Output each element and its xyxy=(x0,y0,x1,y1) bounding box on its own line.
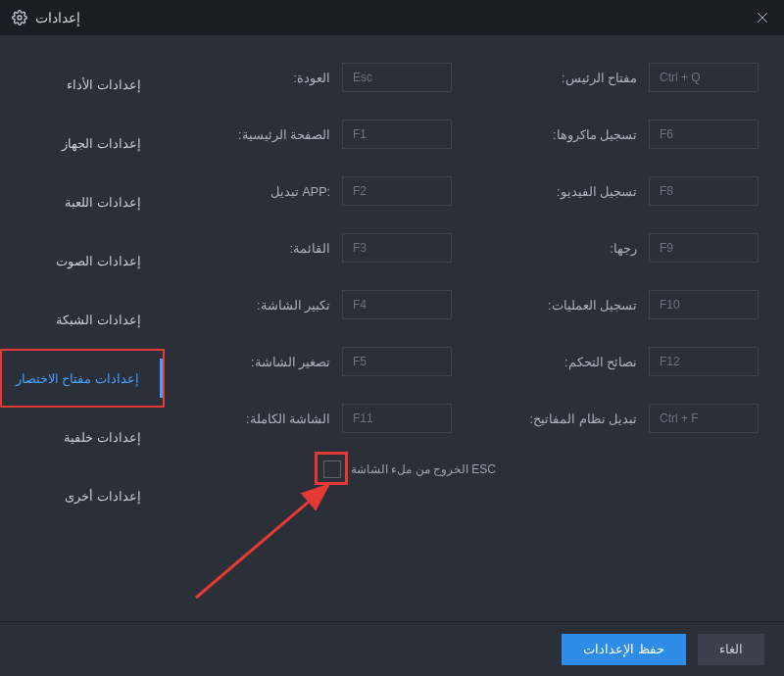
sidebar-item-audio[interactable]: إعدادات الصوت xyxy=(0,231,165,290)
shortcut-input-menu[interactable] xyxy=(342,233,452,263)
sidebar-item-label: إعدادات خلفية xyxy=(64,430,141,445)
field-label: :الصفحة الرئيسية xyxy=(184,127,330,142)
field-label: :نصائح التحكم xyxy=(491,355,637,369)
shortcut-input-back[interactable] xyxy=(342,63,452,92)
checkbox-label: الخروج من ملء الشاشة ESC xyxy=(351,462,496,476)
shortcut-input-zoomin[interactable] xyxy=(342,290,452,319)
shortcut-input-shake[interactable] xyxy=(649,233,759,263)
field-label: :مفتاح الرئيس xyxy=(491,71,637,85)
sidebar-item-performance[interactable]: إعدادات الأداء xyxy=(0,55,165,114)
shortcut-input-operation[interactable] xyxy=(649,290,759,319)
field-label: :تسجيل الفيديو xyxy=(491,184,637,199)
annotation-highlight xyxy=(315,452,348,485)
sidebar-item-label: إعدادات مفتاح الاختصار xyxy=(16,371,139,386)
sidebar-item-label: إعدادات الصوت xyxy=(56,254,141,268)
field-label: :رجها xyxy=(491,241,637,256)
shortcut-input-keyswitch[interactable] xyxy=(649,404,759,433)
field-label: :تبديل نظام المفاتيح xyxy=(491,411,637,426)
field-label: :العودة xyxy=(184,71,330,85)
sidebar-item-shortcut[interactable]: إعدادات مفتاح الاختصار xyxy=(0,349,165,408)
svg-point-0 xyxy=(18,16,22,20)
sidebar-item-device[interactable]: إعدادات الجهاز xyxy=(0,114,165,172)
shortcut-input-home[interactable] xyxy=(342,120,452,149)
field-label: :القائمة xyxy=(184,241,330,256)
cancel-button[interactable]: الغاء xyxy=(698,634,764,665)
field-label: :الشاشة الكاملة xyxy=(184,411,330,426)
sidebar-item-label: إعدادات الشبكة xyxy=(56,313,141,327)
gear-icon xyxy=(12,10,27,25)
shortcut-input-appswitch[interactable] xyxy=(342,176,452,206)
sidebar: إعدادات الأداء إعدادات الجهاز إعدادات ال… xyxy=(0,35,165,621)
field-label: :تكبير الشاشة xyxy=(184,298,330,313)
sidebar-item-other[interactable]: إعدادات أخرى xyxy=(0,466,165,525)
shortcut-input-video[interactable] xyxy=(649,176,759,206)
field-label: تبديل APP: xyxy=(184,184,330,199)
sidebar-item-game[interactable]: إعدادات اللعبة xyxy=(0,172,165,231)
shortcut-input-fullscreen[interactable] xyxy=(342,404,452,433)
shortcut-input-macro[interactable] xyxy=(649,120,759,149)
field-label: :تسجيل ماكروها xyxy=(491,127,637,142)
shortcut-input-zoomout[interactable] xyxy=(342,347,452,376)
esc-exit-fullscreen-checkbox[interactable] xyxy=(323,460,341,478)
sidebar-item-label: إعدادات الجهاز xyxy=(62,136,141,151)
shortcut-input-controltips[interactable] xyxy=(649,347,759,376)
close-icon[interactable] xyxy=(753,8,772,27)
field-label: :تصغير الشاشة xyxy=(184,355,330,369)
sidebar-item-wallpaper[interactable]: إعدادات خلفية xyxy=(0,408,165,466)
sidebar-item-label: إعدادات الأداء xyxy=(67,77,141,92)
window-title: إعدادات xyxy=(35,10,80,25)
titlebar: إعدادات xyxy=(0,0,784,35)
field-label: :تسجيل العمليات xyxy=(491,298,637,313)
save-button[interactable]: حفظ الإعدادات xyxy=(562,634,686,665)
main-panel: :العودة :مفتاح الرئيس :الصفحة الرئيسية :… xyxy=(165,35,784,621)
sidebar-item-network[interactable]: إعدادات الشبكة xyxy=(0,290,165,349)
shortcut-input-bosskey[interactable] xyxy=(649,63,759,92)
sidebar-item-label: إعدادات أخرى xyxy=(65,489,141,504)
sidebar-item-label: إعدادات اللعبة xyxy=(65,195,141,210)
footer: حفظ الإعدادات الغاء xyxy=(0,621,784,676)
